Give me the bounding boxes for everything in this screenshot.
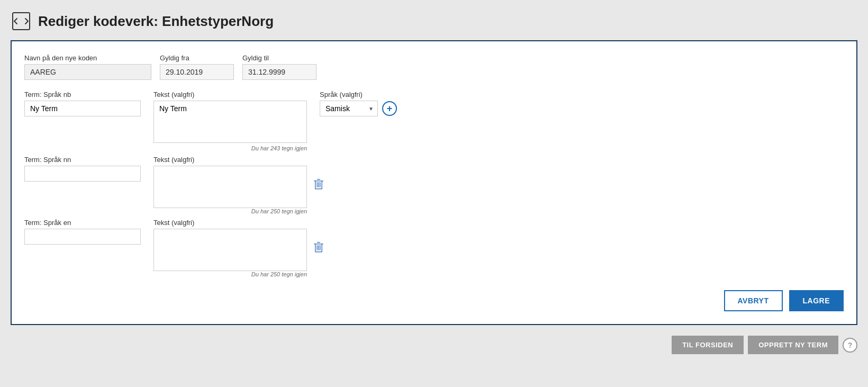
name-input[interactable] xyxy=(24,64,151,80)
tekst-nn-label: Tekst (valgfri) xyxy=(153,156,326,164)
term-nn-row: Term: Språk nn Tekst (valgfri) Du har 25… xyxy=(24,156,844,214)
svg-rect-15 xyxy=(318,245,319,250)
name-field-group: Navn på den nye koden xyxy=(24,54,151,80)
tekst-nb-textarea[interactable]: Ny Term xyxy=(153,101,307,143)
svg-rect-13 xyxy=(315,251,322,253)
term-en-label: Term: Språk en xyxy=(24,219,141,227)
tekst-en-with-delete: Du har 250 tegn igjen xyxy=(153,229,326,277)
term-nb-label: Term: Språk nb xyxy=(24,91,141,98)
svg-rect-6 xyxy=(317,182,318,187)
char-count-nb: Du har 243 tegn igjen xyxy=(153,145,307,151)
term-en-row: Term: Språk en Tekst (valgfri) Du har 25… xyxy=(24,219,844,277)
bottom-bar: TIL FORSIDEN OPPRETT NY TERM ? xyxy=(11,336,857,354)
term-nb-row: Term: Språk nb Tekst (valgfri) Ny Term D… xyxy=(24,91,844,151)
gyldig-fra-input[interactable] xyxy=(160,64,234,80)
term-nb-group: Term: Språk nb xyxy=(24,91,141,116)
term-en-group: Term: Språk en xyxy=(24,219,141,245)
avbryt-button[interactable]: AVBRYT xyxy=(724,290,783,311)
lagre-button[interactable]: LAGRE xyxy=(789,290,844,311)
svg-rect-7 xyxy=(318,182,319,187)
name-label: Navn på den nye koden xyxy=(24,54,151,62)
sprak-label: Språk (valgfri) xyxy=(320,91,397,98)
delete-nn-button[interactable] xyxy=(311,176,326,195)
svg-rect-3 xyxy=(315,181,316,189)
svg-rect-8 xyxy=(320,182,321,187)
term-nn-group: Term: Språk nn xyxy=(24,156,141,182)
card-footer: AVBRYT LAGRE xyxy=(24,290,844,311)
main-card: Navn på den nye koden Gyldig fra Gyldig … xyxy=(11,40,857,325)
term-nn-input[interactable] xyxy=(24,166,141,182)
svg-rect-14 xyxy=(317,245,318,250)
page-title: Rediger kodeverk: EnhetstyperNorg xyxy=(38,13,274,30)
svg-rect-0 xyxy=(13,13,30,30)
sprak-select-wrapper: Samisk Engelsk Nynorsk Bokmål xyxy=(320,101,378,116)
gyldig-til-label: Gyldig til xyxy=(242,54,317,62)
opprett-ny-term-button[interactable]: OPPRETT NY TERM xyxy=(748,336,838,354)
tekst-en-label: Tekst (valgfri) xyxy=(153,219,326,227)
gyldig-til-input[interactable] xyxy=(242,64,317,80)
page-header: Rediger kodeverk: EnhetstyperNorg xyxy=(11,11,857,32)
tekst-nb-label: Tekst (valgfri) xyxy=(153,91,307,98)
tekst-nb-group: Tekst (valgfri) Ny Term Du har 243 tegn … xyxy=(153,91,307,151)
svg-rect-2 xyxy=(317,179,320,180)
tekst-en-textarea[interactable] xyxy=(153,229,307,271)
code-icon xyxy=(11,11,32,32)
svg-rect-10 xyxy=(317,242,320,243)
sprak-group: Språk (valgfri) Samisk Engelsk Nynorsk B… xyxy=(320,91,397,116)
delete-en-button[interactable] xyxy=(311,239,326,258)
svg-rect-16 xyxy=(320,245,321,250)
sprak-controls: Samisk Engelsk Nynorsk Bokmål + xyxy=(320,101,397,116)
term-nb-input[interactable] xyxy=(24,101,141,116)
sprak-select[interactable]: Samisk Engelsk Nynorsk Bokmål xyxy=(320,101,378,116)
tekst-en-group: Tekst (valgfri) Du har 250 tegn igjen xyxy=(153,219,326,277)
term-en-input[interactable] xyxy=(24,229,141,245)
add-sprak-button[interactable]: + xyxy=(382,101,397,116)
tekst-nn-with-delete: Du har 250 tegn igjen xyxy=(153,166,326,214)
char-count-nn: Du har 250 tegn igjen xyxy=(153,208,307,214)
help-button[interactable]: ? xyxy=(843,338,857,353)
gyldig-fra-field-group: Gyldig fra xyxy=(160,54,234,80)
form-top-row: Navn på den nye koden Gyldig fra Gyldig … xyxy=(24,54,844,80)
tekst-nn-group: Tekst (valgfri) Du har 250 tegn igjen xyxy=(153,156,326,214)
svg-rect-4 xyxy=(322,181,323,189)
svg-rect-5 xyxy=(315,188,322,190)
term-nn-label: Term: Språk nn xyxy=(24,156,141,164)
til-forsiden-button[interactable]: TIL FORSIDEN xyxy=(672,336,744,354)
gyldig-fra-label: Gyldig fra xyxy=(160,54,234,62)
gyldig-til-field-group: Gyldig til xyxy=(242,54,317,80)
tekst-nn-textarea[interactable] xyxy=(153,166,307,208)
char-count-en: Du har 250 tegn igjen xyxy=(153,271,307,277)
svg-rect-12 xyxy=(322,244,323,252)
svg-rect-11 xyxy=(315,244,316,252)
